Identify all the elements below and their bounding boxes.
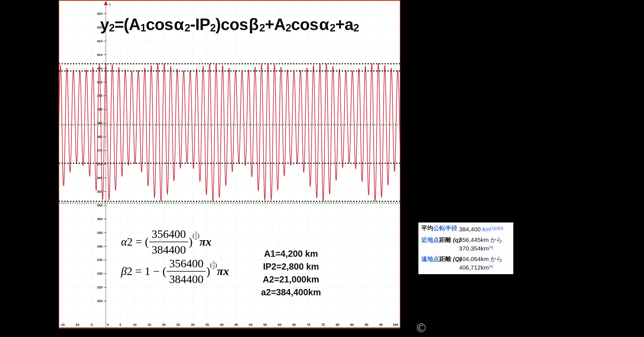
wiki-value-line: 356,445km から — [459, 236, 511, 244]
x-tick-label: 40 — [220, 323, 224, 326]
x-tick-label: -5 — [90, 323, 93, 326]
plot-area[interactable]: y425420415410405400395390385380375370365… — [59, 0, 400, 328]
wiki-text: 406,712km — [459, 264, 489, 271]
parameter-line: a2=384,400km — [242, 286, 340, 299]
wiki-reference-link[interactable]: [4] — [489, 245, 493, 249]
fraction-denominator: 384400 — [149, 242, 188, 256]
y-tick-label: 320 — [97, 299, 102, 303]
wiki-link[interactable]: 遠地点 — [421, 256, 439, 262]
x-tick-label: 5 — [120, 323, 122, 326]
title-subscript: 2 — [184, 22, 190, 34]
x-tick-label: 70 — [307, 323, 311, 326]
equation-part: 2 — [127, 235, 133, 248]
title-text: -IP — [190, 15, 210, 33]
x-tick-label: 20 — [162, 323, 166, 326]
title-subscript: 2 — [259, 22, 265, 34]
wiki-text: 距離 — [439, 256, 451, 262]
x-tick-label: -15 — [60, 323, 65, 326]
wiki-text: 距離 — [439, 236, 451, 243]
x-tick-label: 95 — [379, 323, 383, 326]
equation-part: = — [133, 235, 145, 248]
y-tick-label: 375 — [97, 149, 103, 152]
wiki-row: 遠地点距離 (Q)404,064km から406,712km[4] — [421, 255, 511, 271]
title-text: +A — [265, 15, 285, 33]
title-text: +a — [335, 15, 353, 33]
equation-variable: β — [121, 265, 127, 278]
title-text: cos — [291, 15, 318, 33]
x-tick-label: 90 — [365, 323, 368, 326]
wiki-reference-link[interactable]: [4] — [489, 264, 493, 268]
y-tick-label: 400 — [97, 81, 102, 84]
wiki-link[interactable]: 公転半径 — [433, 225, 457, 231]
parameter-line: IP2=2,800 km — [242, 260, 340, 273]
wiki-text: 404,064km から — [459, 256, 503, 262]
equation-part: ) — [206, 265, 210, 278]
fraction-numerator: 356400 — [167, 257, 206, 272]
title-subscript: 2 — [210, 22, 215, 34]
chart-canvas: y425420415410405400395390385380375370365… — [59, 0, 400, 328]
wiki-reference-link[interactable]: [1][2][3] — [490, 226, 503, 230]
wiki-value-line: 406,712km[4] — [459, 263, 511, 271]
x-tick-label: 75 — [321, 323, 325, 326]
chart-title: y2=(A1cosα2-IP2)cosβ2+A2cosα2+a2 — [59, 15, 400, 34]
equation-beta2: β2 = 1 − (356400384400)(32)πx — [121, 258, 229, 287]
y-axis-arrow — [104, 1, 108, 5]
equation-tail: πx — [217, 265, 229, 278]
y-tick-label: 330 — [97, 272, 102, 275]
parameter-line: A1=4,200 km — [242, 247, 340, 260]
wiki-infobox: 平均公転半径384,400 km[1][2][3]近地点距離 (q)356,44… — [418, 222, 513, 274]
x-tick-label: 10 — [133, 323, 137, 326]
series-curve — [59, 64, 400, 201]
equation-tail: πx — [199, 235, 211, 248]
title-text: α — [174, 15, 184, 33]
wiki-row-label: 平均公転半径 — [421, 224, 459, 233]
x-tick-label: 85 — [350, 323, 354, 326]
y-tick-label: 355 — [97, 204, 103, 207]
y-tick-label: 415 — [97, 39, 103, 43]
y-tick-label: 335 — [97, 258, 103, 262]
fraction-denominator: 384400 — [167, 272, 206, 286]
title-text: y — [100, 15, 109, 33]
wiki-value-line: 370,354km[4] — [459, 244, 511, 252]
x-tick-label: 100 — [393, 323, 398, 326]
y-tick-label: 345 — [97, 231, 103, 234]
wiki-link[interactable]: km — [482, 226, 490, 232]
equation-part: 1 − — [144, 265, 162, 278]
equation-part: = — [132, 265, 145, 278]
wiki-text: 370,354km — [459, 245, 489, 252]
copyright-icon: © — [415, 321, 427, 335]
wiki-row-value: 356,445km から370,354km[4] — [459, 236, 511, 252]
y-axis-label: y — [109, 2, 111, 6]
title-subscript: 2 — [353, 22, 359, 34]
equation-alpha2: α2 = (356400384400)(32)πx — [121, 228, 211, 258]
title-text: α — [319, 15, 329, 33]
wiki-text: 平均 — [421, 225, 433, 231]
wiki-value-line: 384,400 km[1][2][3] — [459, 224, 511, 233]
wiki-row: 平均公転半径384,400 km[1][2][3] — [421, 224, 511, 233]
wiki-row-label: 近地点距離 (q) — [421, 236, 459, 252]
x-tick-label: 80 — [336, 323, 339, 326]
exponent: (32) — [210, 261, 217, 268]
wiki-link[interactable]: 近地点 — [421, 236, 439, 243]
parameter-list: A1=4,200 kmIP2=2,800 kmA2=21,000kma2=384… — [242, 247, 340, 299]
x-tick-label: 50 — [249, 323, 253, 326]
x-tick-label: 55 — [263, 323, 267, 326]
y-tick-label: 395 — [97, 94, 103, 97]
title-subscript: 2 — [109, 22, 114, 34]
wiki-row: 近地点距離 (q)356,445km から370,354km[4] — [421, 236, 511, 252]
fraction-numerator: 356400 — [149, 227, 188, 242]
title-text: =(A — [114, 15, 140, 33]
title-subscript: 1 — [140, 22, 146, 34]
exponent: (32) — [192, 232, 199, 239]
wiki-row-label: 遠地点距離 (Q) — [421, 255, 459, 271]
x-tick-label: 25 — [176, 323, 180, 326]
x-tick-label: 60 — [278, 323, 281, 326]
equation-part: ) — [189, 235, 192, 248]
wiki-text: 384,400 — [459, 226, 482, 232]
x-tick-label: 0 — [107, 323, 109, 326]
fraction: 356400384400 — [149, 227, 188, 256]
y-tick-label: 410 — [97, 53, 102, 57]
x-tick-label: 15 — [148, 323, 151, 326]
title-text: cos — [146, 15, 173, 33]
wiki-row-value: 384,400 km[1][2][3] — [459, 224, 511, 233]
